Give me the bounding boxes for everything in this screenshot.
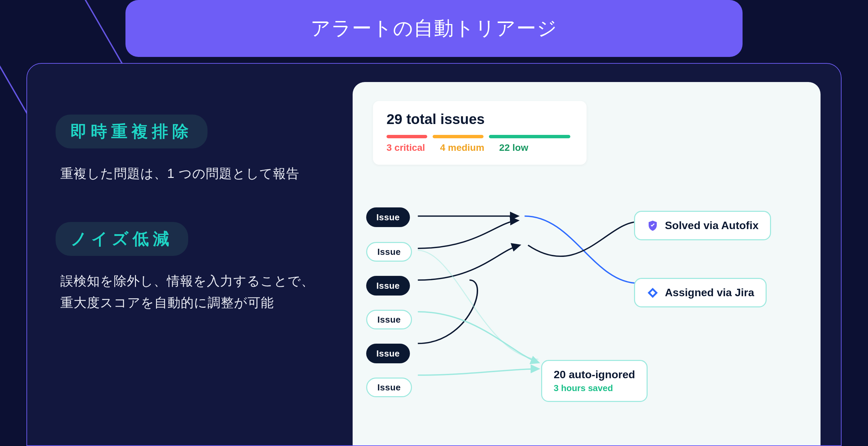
auto-ignored-count: 20 auto-ignored bbox=[554, 368, 635, 381]
bar-critical bbox=[387, 135, 427, 138]
total-issues-label: 29 total issues bbox=[387, 111, 573, 127]
issue-pill: Issue bbox=[366, 344, 410, 363]
severity-bars bbox=[387, 135, 573, 138]
right-panel: 29 total issues 3 critical 4 medium 22 l… bbox=[353, 82, 821, 445]
shield-check-icon bbox=[647, 220, 659, 232]
result-autofix-label: Solved via Autofix bbox=[665, 219, 758, 232]
section-title: ノイズ低減 bbox=[56, 222, 188, 256]
bar-medium bbox=[433, 135, 484, 138]
issue-pill: Issue bbox=[366, 378, 412, 397]
count-medium: 4 medium bbox=[440, 142, 485, 153]
issue-pill: Issue bbox=[366, 242, 412, 262]
count-low: 22 low bbox=[499, 142, 528, 153]
bar-low bbox=[489, 135, 570, 138]
content-card: 即時重複排除 重複した問題は、1 つの問題として報告 ノイズ低減 誤検知を除外し… bbox=[26, 63, 842, 446]
issue-pill: Issue bbox=[366, 207, 410, 227]
issue-pill: Issue bbox=[366, 276, 410, 296]
section-body: 誤検知を除外し、情報を入力することで、 重大度スコアを自動的に調整が可能 bbox=[56, 270, 330, 314]
jira-icon bbox=[647, 287, 659, 299]
triage-flow: Issue Issue Issue Issue Issue Issue Solv… bbox=[366, 204, 807, 439]
page-title: アラートの自動トリアージ bbox=[125, 0, 743, 57]
result-jira: Assigned via Jira bbox=[634, 278, 767, 307]
result-jira-label: Assigned via Jira bbox=[665, 286, 754, 299]
result-auto-ignored: 20 auto-ignored 3 hours saved bbox=[541, 360, 648, 402]
result-autofix: Solved via Autofix bbox=[634, 211, 771, 240]
section-body: 重複した問題は、1 つの問題として報告 bbox=[56, 163, 330, 185]
left-column: 即時重複排除 重複した問題は、1 つの問題として報告 ノイズ低減 誤検知を除外し… bbox=[56, 115, 330, 351]
issue-pill: Issue bbox=[366, 310, 412, 329]
section-noise: ノイズ低減 誤検知を除外し、情報を入力することで、 重大度スコアを自動的に調整が… bbox=[56, 222, 330, 314]
section-dedup: 即時重複排除 重複した問題は、1 つの問題として報告 bbox=[56, 115, 330, 185]
hours-saved: 3 hours saved bbox=[554, 383, 635, 393]
issues-summary: 29 total issues 3 critical 4 medium 22 l… bbox=[373, 101, 587, 165]
count-critical: 3 critical bbox=[387, 142, 425, 153]
severity-counts: 3 critical 4 medium 22 low bbox=[387, 142, 573, 153]
section-title: 即時重複排除 bbox=[56, 115, 208, 148]
